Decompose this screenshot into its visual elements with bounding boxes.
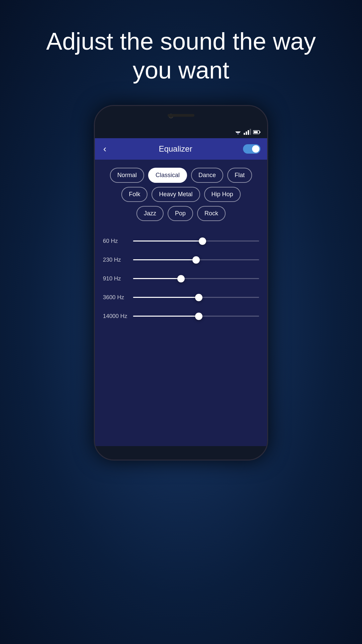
preset-folk[interactable]: Folk [121, 187, 147, 202]
app-screen: ‹ Equalizer Normal Classical Dance Flat … [95, 138, 267, 446]
equalizer-toggle[interactable] [243, 144, 260, 154]
slider-row-3600hz: 3600 Hz [103, 293, 259, 302]
preset-flat[interactable]: Flat [227, 168, 252, 183]
preset-classical[interactable]: Classical [148, 168, 187, 183]
preset-rock[interactable]: Rock [197, 206, 226, 221]
presets-row-3: Jazz Pop Rock [102, 206, 260, 221]
slider-thumb-910hz[interactable] [177, 275, 185, 282]
slider-track-910hz[interactable] [133, 275, 259, 283]
preset-jazz[interactable]: Jazz [136, 206, 164, 221]
speaker-grill [168, 114, 194, 117]
preset-normal[interactable]: Normal [110, 168, 144, 183]
slider-label-3600hz: 3600 Hz [103, 294, 133, 301]
sliders-container: 60 Hz 230 Hz 910 Hz [95, 230, 267, 446]
slider-thumb-3600hz[interactable] [195, 294, 202, 301]
phone-frame: ‹ Equalizer Normal Classical Dance Flat … [94, 105, 268, 461]
slider-thumb-60hz[interactable] [199, 237, 206, 245]
slider-track-14000hz[interactable] [133, 312, 259, 320]
preset-hip-hop[interactable]: Hip Hop [204, 187, 241, 202]
slider-thumb-14000hz[interactable] [195, 313, 202, 320]
phone-bottom-bar [95, 446, 267, 460]
slider-track-60hz[interactable] [133, 237, 259, 245]
slider-label-910hz: 910 Hz [103, 275, 133, 282]
svg-rect-5 [254, 131, 258, 133]
headline-line1: Adjust the sound the way [46, 28, 316, 55]
slider-label-60hz: 60 Hz [103, 238, 133, 245]
headline-line2: you want [133, 57, 229, 84]
slider-row-230hz: 230 Hz [103, 256, 259, 264]
header-title: Equalizer [108, 144, 243, 154]
headline: Adjust the sound the way you want [26, 27, 336, 85]
phone-top-bar [95, 106, 267, 126]
slider-label-230hz: 230 Hz [103, 257, 133, 263]
slider-label-14000hz: 14000 Hz [103, 313, 133, 320]
svg-rect-4 [259, 131, 260, 133]
preset-pop[interactable]: Pop [168, 206, 193, 221]
status-icons [234, 129, 260, 135]
preset-dance[interactable]: Dance [191, 168, 223, 183]
app-header: ‹ Equalizer [95, 138, 267, 160]
status-bar [95, 126, 267, 138]
signal-bars-icon [244, 129, 251, 135]
slider-thumb-230hz[interactable] [192, 256, 200, 264]
slider-row-14000hz: 14000 Hz [103, 312, 259, 320]
battery-icon [253, 130, 260, 135]
slider-track-3600hz[interactable] [133, 293, 259, 302]
slider-row-910hz: 910 Hz [103, 275, 259, 283]
back-button[interactable]: ‹ [102, 142, 108, 156]
wifi-icon [234, 129, 242, 135]
slider-row-60hz: 60 Hz [103, 237, 259, 245]
slider-track-230hz[interactable] [133, 256, 259, 264]
preset-heavy-metal[interactable]: Heavy Metal [152, 187, 200, 202]
presets-container: Normal Classical Dance Flat Folk Heavy M… [95, 160, 267, 230]
presets-row-1: Normal Classical Dance Flat [102, 168, 260, 183]
presets-row-2: Folk Heavy Metal Hip Hop [102, 187, 260, 202]
